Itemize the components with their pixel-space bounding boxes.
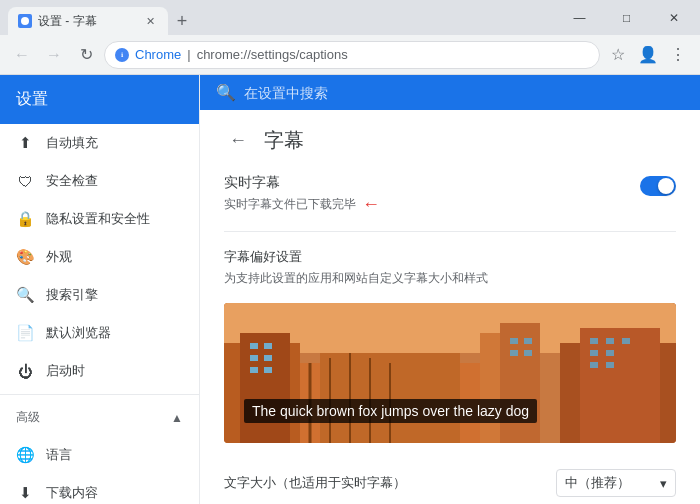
security-icon: 🛡: [16, 172, 34, 190]
font-size-label: 文字大小（也适用于实时字幕）: [224, 474, 406, 492]
sidebar-item-language[interactable]: 🌐 语言: [0, 436, 199, 474]
form-row-font-size: 文字大小（也适用于实时字幕） 中（推荐） ▾: [224, 459, 676, 504]
sidebar-item-label: 外观: [46, 248, 72, 266]
maximize-button[interactable]: □: [604, 0, 649, 35]
live-captions-label: 实时字幕: [224, 174, 640, 192]
svg-rect-30: [622, 338, 630, 344]
live-captions-toggle[interactable]: [640, 176, 676, 196]
tab-favicon: [18, 14, 32, 28]
main-layout: 设置 ⬆ 自动填充 🛡 安全检查 🔒 隐私设置和安全性 🎨 外观 🔍 搜索引擎 …: [0, 75, 700, 504]
url-path: chrome://settings/captions: [197, 47, 348, 62]
svg-rect-34: [606, 362, 614, 368]
sidebar-item-label: 启动时: [46, 362, 85, 380]
live-captions-row: 实时字幕 实时字幕文件已下载完毕 ←: [224, 174, 676, 215]
url-prefix: Chrome: [135, 47, 181, 62]
sidebar-item-downloads[interactable]: ⬇ 下载内容: [0, 474, 199, 504]
svg-rect-22: [510, 338, 518, 344]
svg-rect-33: [590, 362, 598, 368]
sidebar-item-search[interactable]: 🔍 搜索引擎: [0, 276, 199, 314]
svg-rect-21: [500, 323, 540, 443]
live-captions-desc: 实时字幕文件已下载完毕 ←: [224, 194, 640, 215]
address-right-icons: ☆ 👤 ⋮: [604, 41, 692, 69]
svg-rect-10: [264, 355, 272, 361]
sidebar-item-label: 搜索引擎: [46, 286, 98, 304]
chevron-down-icon: ▾: [660, 476, 667, 491]
svg-rect-31: [590, 350, 598, 356]
font-size-select[interactable]: 中（推荐） ▾: [556, 469, 676, 497]
auto-fill-icon: ⬆: [16, 134, 34, 152]
preview-caption-text: The quick brown fox jumps over the lazy …: [244, 399, 537, 423]
settings-search-input[interactable]: [244, 85, 684, 101]
svg-rect-28: [590, 338, 598, 344]
url-bar[interactable]: ℹ Chrome | chrome://settings/captions: [104, 41, 600, 69]
active-tab[interactable]: 设置 - 字幕 ✕: [8, 7, 168, 35]
advanced-label: 高级: [16, 409, 40, 426]
divider-1: [224, 231, 676, 232]
minimize-button[interactable]: —: [557, 0, 602, 35]
bookmark-button[interactable]: ☆: [604, 41, 632, 69]
sidebar-item-appearance[interactable]: 🎨 外观: [0, 238, 199, 276]
tab-title: 设置 - 字幕: [38, 13, 97, 30]
sidebar-item-privacy[interactable]: 🔒 隐私设置和安全性: [0, 200, 199, 238]
appearance-icon: 🎨: [16, 248, 34, 266]
caption-prefs-title: 字幕偏好设置: [224, 248, 676, 266]
back-button[interactable]: ←: [224, 126, 252, 154]
font-size-value: 中（推荐）: [565, 474, 630, 492]
chevron-up-icon: ▲: [171, 411, 183, 425]
sidebar-item-label: 语言: [46, 446, 72, 464]
page-title: 字幕: [264, 127, 304, 154]
sidebar-item-label: 默认浏览器: [46, 324, 111, 342]
url-separator: |: [187, 47, 190, 62]
sidebar-item-label: 安全检查: [46, 172, 98, 190]
sidebar-header: 设置: [0, 75, 199, 124]
svg-rect-29: [606, 338, 614, 344]
svg-rect-7: [250, 343, 258, 349]
window-controls: — □ ✕: [553, 0, 700, 35]
content-search-bar: 🔍: [200, 75, 700, 110]
svg-rect-9: [250, 355, 258, 361]
sidebar-item-security[interactable]: 🛡 安全检查: [0, 162, 199, 200]
search-engine-icon: 🔍: [16, 286, 34, 304]
browser-icon: 📄: [16, 324, 34, 342]
caption-prefs-desc: 为支持此设置的应用和网站自定义字幕大小和样式: [224, 270, 676, 287]
svg-rect-8: [264, 343, 272, 349]
forward-nav-button[interactable]: →: [40, 41, 68, 69]
menu-button[interactable]: ⋮: [664, 41, 692, 69]
caption-preview: The quick brown fox jumps over the lazy …: [224, 303, 676, 443]
sidebar-item-browser[interactable]: 📄 默认浏览器: [0, 314, 199, 352]
arrow-indicator: ←: [362, 194, 380, 215]
sidebar-item-label: 下载内容: [46, 484, 98, 502]
secure-icon: ℹ: [115, 48, 129, 62]
address-bar: ← → ↻ ℹ Chrome | chrome://settings/capti…: [0, 35, 700, 75]
search-icon: 🔍: [216, 83, 236, 102]
svg-rect-25: [524, 350, 532, 356]
live-captions-desc-text: 实时字幕文件已下载完毕: [224, 196, 356, 213]
svg-rect-27: [580, 328, 660, 443]
svg-rect-6: [240, 333, 290, 443]
close-button[interactable]: ✕: [651, 0, 696, 35]
sidebar-item-label: 自动填充: [46, 134, 98, 152]
new-tab-button[interactable]: +: [168, 7, 196, 35]
sidebar-item-auto[interactable]: ⬆ 自动填充: [0, 124, 199, 162]
privacy-icon: 🔒: [16, 210, 34, 228]
svg-rect-24: [510, 350, 518, 356]
refresh-button[interactable]: ↻: [72, 41, 100, 69]
back-nav-button[interactable]: ←: [8, 41, 36, 69]
svg-rect-23: [524, 338, 532, 344]
content-area: 🔍 ← 字幕 实时字幕 实时字幕文件已下载完毕 ←: [200, 75, 700, 504]
startup-icon: ⏻: [16, 362, 34, 380]
downloads-icon: ⬇: [16, 484, 34, 502]
sidebar-section-advanced[interactable]: 高级 ▲: [0, 399, 199, 436]
sidebar-item-label: 隐私设置和安全性: [46, 210, 150, 228]
svg-rect-11: [250, 367, 258, 373]
tab-close-button[interactable]: ✕: [142, 13, 158, 29]
svg-point-0: [21, 17, 29, 25]
sidebar-item-startup[interactable]: ⏻ 启动时: [0, 352, 199, 390]
sidebar: 设置 ⬆ 自动填充 🛡 安全检查 🔒 隐私设置和安全性 🎨 外观 🔍 搜索引擎 …: [0, 75, 200, 504]
profile-button[interactable]: 👤: [634, 41, 662, 69]
svg-rect-12: [264, 367, 272, 373]
page-title-row: ← 字幕: [224, 126, 676, 154]
sidebar-divider: [0, 394, 199, 395]
svg-rect-32: [606, 350, 614, 356]
language-icon: 🌐: [16, 446, 34, 464]
